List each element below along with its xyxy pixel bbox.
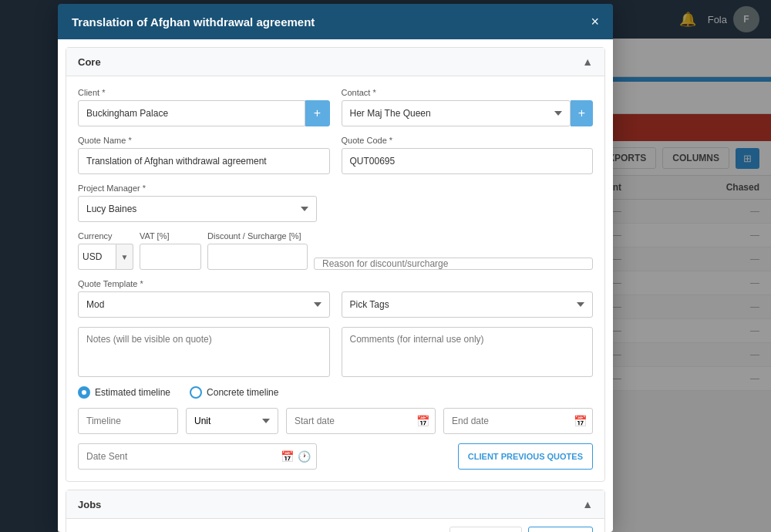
reason-label (314, 245, 593, 254)
contact-add-button[interactable]: + (571, 100, 593, 126)
quote-name-row: Quote Name * Quote Code * (78, 136, 593, 174)
notes-group (78, 327, 330, 377)
end-date-input[interactable] (443, 408, 593, 434)
jobs-section-header: Jobs ▲ (66, 490, 604, 519)
client-contact-row: Client * + Contact * Her M (78, 88, 593, 126)
concrete-radio-label: Concrete timeline (207, 387, 278, 398)
template-tags-row: Quote Template * Mod Pick Tags (78, 279, 593, 318)
jobs-footer: BULK EDIT ADD JOB (66, 519, 604, 532)
discount-input[interactable] (207, 244, 308, 270)
client-input-wrap: + (78, 100, 330, 126)
bulk-edit-button[interactable]: BULK EDIT (449, 527, 522, 532)
jobs-section-title: Jobs (78, 499, 101, 510)
jobs-section: Jobs ▲ BULK EDIT ADD JOB (66, 490, 605, 532)
core-section-header: Core ▲ (66, 48, 604, 76)
unit-select[interactable]: Unit (186, 408, 278, 434)
pick-tags-group: Pick Tags (342, 279, 594, 318)
date-sent-icons: 📅 🕐 (281, 450, 311, 463)
timeline-input[interactable] (78, 408, 178, 434)
modal-body: Core ▲ Client * + (58, 47, 613, 532)
project-manager-select[interactable]: Lucy Baines (78, 196, 317, 222)
estimated-radio-label: Estimated timeline (95, 387, 170, 398)
reason-input[interactable] (314, 258, 593, 270)
contact-select[interactable]: Her Maj The Queen (342, 100, 571, 126)
core-section: Core ▲ Client * + (66, 47, 605, 482)
quote-name-group: Quote Name * (78, 136, 330, 174)
client-label: Client * (78, 88, 330, 97)
jobs-chevron-icon[interactable]: ▲ (582, 498, 593, 510)
currency-row: Currency ▼ VAT [%] Discount / Surcharge … (78, 231, 593, 270)
currency-dropdown-icon[interactable]: ▼ (116, 244, 133, 270)
quote-code-label: Quote Code * (342, 136, 594, 145)
timeline-radio-row: Estimated timeline Concrete timeline (78, 386, 593, 399)
concrete-radio-button[interactable] (190, 386, 202, 399)
discount-label: Discount / Surcharge [%] (207, 231, 308, 241)
modal-dialog: Translation of Afghan withdrawal agreeme… (58, 4, 613, 532)
timeline-fields-row: Unit 📅 📅 (78, 408, 593, 434)
estimated-radio-option[interactable]: Estimated timeline (78, 386, 170, 399)
notes-textarea[interactable] (78, 327, 330, 377)
currency-input[interactable] (78, 244, 116, 270)
pick-tags-select[interactable]: Pick Tags (342, 291, 594, 318)
core-chevron-icon[interactable]: ▲ (582, 56, 593, 68)
date-sent-row: 📅 🕐 CLIENT PREVIOUS QUOTES (78, 443, 593, 470)
date-sent-calendar-icon[interactable]: 📅 (281, 450, 294, 463)
date-sent-clock-icon[interactable]: 🕐 (298, 450, 311, 463)
contact-input-wrap: Her Maj The Queen + (342, 100, 594, 126)
comments-textarea[interactable] (342, 327, 594, 377)
modal-header: Translation of Afghan withdrawal agreeme… (58, 4, 613, 39)
quote-template-label: Quote Template * (78, 279, 330, 288)
core-section-title: Core (78, 56, 101, 68)
contact-group: Contact * Her Maj The Queen + (342, 88, 594, 126)
quote-name-input[interactable] (78, 148, 330, 174)
client-previous-quotes-button[interactable]: CLIENT PREVIOUS QUOTES (458, 443, 593, 470)
project-manager-group: Project Manager * Lucy Baines (78, 184, 317, 222)
vat-label: VAT [%] (140, 231, 201, 241)
client-group: Client * + (78, 88, 330, 126)
end-date-wrap: 📅 (443, 408, 593, 434)
quote-template-select[interactable]: Mod (78, 291, 330, 318)
currency-label: Currency (78, 231, 133, 241)
modal-title: Translation of Afghan withdrawal agreeme… (72, 15, 315, 29)
vat-input[interactable] (140, 244, 201, 270)
quote-template-group: Quote Template * Mod (78, 279, 330, 318)
modal-close-button[interactable]: × (591, 15, 599, 29)
date-sent-wrap: 📅 🕐 (78, 443, 317, 470)
client-add-button[interactable]: + (305, 100, 330, 126)
add-job-button[interactable]: ADD JOB (528, 527, 593, 532)
pick-tags-label (342, 279, 594, 288)
core-section-body: Client * + Contact * Her M (66, 76, 604, 481)
start-date-wrap: 📅 (286, 408, 436, 434)
start-date-input[interactable] (286, 408, 436, 434)
comments-group (342, 327, 594, 377)
project-manager-row: Project Manager * Lucy Baines (78, 184, 593, 222)
concrete-radio-option[interactable]: Concrete timeline (190, 386, 278, 399)
quote-code-input[interactable] (342, 148, 594, 174)
currency-select-wrap: ▼ (78, 244, 133, 270)
quote-name-label: Quote Name * (78, 136, 330, 145)
client-input[interactable] (78, 100, 305, 126)
notes-comments-row (78, 327, 593, 377)
unit-select-wrap: Unit (186, 408, 278, 434)
project-manager-label: Project Manager * (78, 184, 317, 193)
contact-label: Contact * (342, 88, 594, 97)
estimated-radio-button[interactable] (78, 386, 90, 399)
quote-code-group: Quote Code * (342, 136, 594, 174)
